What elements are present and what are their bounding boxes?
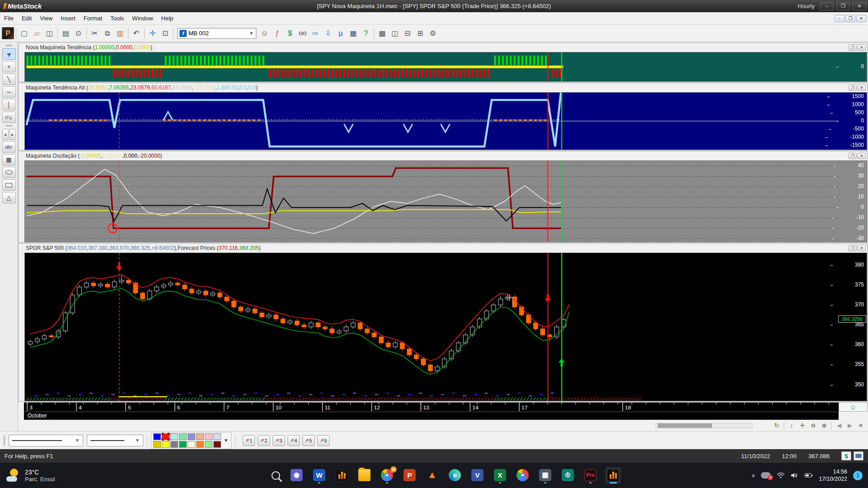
trend-template-button-5[interactable]: ↗5 bbox=[302, 435, 315, 446]
scale-trend-ribbon[interactable]: 0 bbox=[838, 52, 867, 82]
excel-app[interactable]: X bbox=[492, 467, 508, 484]
indicator-builder-icon[interactable]: ƒ bbox=[271, 27, 283, 39]
menu-tools[interactable]: Tools bbox=[106, 13, 128, 24]
line-weight-select[interactable]: ▼ bbox=[87, 435, 143, 446]
palette-dropdown-arrow[interactable]: ▼ bbox=[223, 438, 229, 443]
wifi-icon[interactable] bbox=[777, 472, 785, 479]
color-swatch-0000ee[interactable] bbox=[153, 433, 161, 440]
panel-close-button[interactable]: ✕ bbox=[858, 245, 866, 251]
money-indicator-icon[interactable]: $ bbox=[841, 451, 851, 460]
metastock-app[interactable] bbox=[334, 467, 350, 484]
data-window-button[interactable]: ≡ bbox=[856, 421, 866, 430]
taskbar-clock[interactable]: 14:56 17/10/2022 bbox=[819, 468, 847, 483]
menu-view[interactable]: View bbox=[36, 13, 57, 24]
panel-restore-button[interactable]: ❐ bbox=[849, 84, 857, 91]
date-axis[interactable]: 3456710111213141718 bbox=[24, 402, 839, 412]
color-swatch-7fe3b0[interactable] bbox=[179, 433, 187, 440]
menu-help[interactable]: Help bbox=[157, 13, 178, 24]
help-pointer-icon[interactable]: ? bbox=[360, 27, 372, 39]
panel-restore-button[interactable]: ❐ bbox=[849, 153, 857, 159]
line-style-select[interactable]: ▼ bbox=[9, 435, 83, 446]
refresh-button[interactable]: ↻ bbox=[772, 421, 782, 430]
panel-title-2[interactable]: Maquineta Oscilação (-2.00000, 1.86514, … bbox=[19, 151, 867, 160]
visio-app[interactable]: V bbox=[470, 467, 486, 484]
tile-quad-icon[interactable]: ⊞ bbox=[414, 27, 426, 39]
ellipse-tool[interactable] bbox=[2, 167, 16, 178]
chat-app[interactable]: ◉ bbox=[289, 467, 305, 484]
toolbar-grip[interactable] bbox=[4, 436, 5, 446]
scrollbar-thumb[interactable] bbox=[658, 423, 712, 428]
chrome-app[interactable] bbox=[515, 467, 531, 484]
plot-tendencia-alt[interactable] bbox=[24, 92, 838, 150]
scroll-left-button[interactable]: ◂ bbox=[2, 129, 9, 140]
file-explorer-app[interactable] bbox=[357, 467, 373, 484]
cascade-windows-icon[interactable]: ▩ bbox=[376, 27, 388, 39]
forecaster-icon[interactable]: ⇨ bbox=[309, 27, 321, 39]
palette-grip[interactable] bbox=[6, 45, 12, 46]
undo-icon[interactable]: ↶ bbox=[130, 27, 142, 39]
search-button[interactable] bbox=[270, 469, 282, 483]
battery-icon[interactable] bbox=[804, 473, 813, 478]
color-swatch-00a651[interactable] bbox=[179, 441, 187, 448]
trend-template-button-2[interactable]: ↗2 bbox=[258, 435, 270, 446]
semilog-trendline-tool[interactable]: S╲L bbox=[2, 112, 16, 123]
trend-template-button-4[interactable]: ↗4 bbox=[288, 435, 300, 446]
scan-tool-icon[interactable]: µ bbox=[335, 27, 347, 39]
notification-badge[interactable]: 1 bbox=[853, 471, 863, 480]
plot-oscilacao[interactable] bbox=[24, 160, 838, 242]
new-chart-icon[interactable]: ▢ bbox=[18, 27, 30, 39]
trend-template-button-3[interactable]: ↗3 bbox=[273, 435, 285, 446]
system-tester-icon[interactable]: $ bbox=[284, 27, 296, 39]
pan-button[interactable]: ✛ bbox=[797, 421, 807, 430]
scroll-next-button[interactable]: ▶ bbox=[845, 421, 855, 430]
close-button[interactable]: ✕ bbox=[853, 2, 866, 10]
plot-trend-ribbon[interactable] bbox=[24, 52, 838, 82]
child-close-button[interactable]: ✕ bbox=[856, 15, 866, 22]
palette-grip[interactable] bbox=[6, 125, 12, 127]
cut-icon[interactable]: ✂ bbox=[89, 27, 101, 39]
copy-icon[interactable]: ⧉ bbox=[101, 27, 113, 39]
color-swatch-ee1111[interactable] bbox=[162, 433, 170, 440]
open-chart-icon[interactable]: ▱ bbox=[31, 27, 43, 39]
calculator-app[interactable]: ▦ bbox=[538, 467, 553, 484]
child-minimize-button[interactable]: – bbox=[835, 15, 844, 22]
color-swatch-8e8ed6[interactable] bbox=[188, 433, 195, 440]
trend-template-button-1[interactable]: ↗1 bbox=[243, 435, 255, 446]
scroll-right-button[interactable]: ▸ bbox=[9, 129, 16, 140]
triangle-tool[interactable]: △ bbox=[2, 192, 16, 203]
trendline-tool[interactable]: ╲ bbox=[2, 74, 16, 85]
trend-template-button-6[interactable]: ↗6 bbox=[317, 435, 330, 446]
menu-insert[interactable]: Insert bbox=[57, 13, 80, 24]
paste-icon[interactable]: ▥ bbox=[114, 27, 126, 39]
downloader-icon[interactable]: ⇩ bbox=[322, 27, 334, 39]
color-swatch-f2b380[interactable] bbox=[196, 433, 204, 440]
color-swatch-b7e7e4[interactable] bbox=[170, 433, 178, 440]
scale-tendencia-alt[interactable]: 150010005000-500-1000-1500 bbox=[838, 92, 867, 150]
color-swatch-ffff00[interactable] bbox=[162, 441, 170, 448]
scroll-prev-button[interactable]: ◀ bbox=[834, 421, 844, 430]
crosshair-tool[interactable]: + bbox=[2, 61, 16, 72]
scale-oscilacao[interactable]: 403020100-10-20-30 bbox=[838, 160, 867, 242]
color-swatch-7f7f7f[interactable] bbox=[170, 441, 178, 448]
restore-button[interactable]: ❐ bbox=[836, 2, 850, 10]
rectangle-tool[interactable] bbox=[2, 179, 16, 191]
color-swatch-99e699[interactable] bbox=[205, 441, 212, 448]
scale-price[interactable]: 366.3250 380375370365360355350 bbox=[838, 253, 867, 401]
panel-close-button[interactable]: ✕ bbox=[858, 153, 866, 159]
text-tool[interactable]: abc bbox=[2, 141, 16, 153]
powerpoint-app[interactable]: P bbox=[402, 467, 418, 484]
color-swatch-e3c800[interactable] bbox=[153, 441, 161, 448]
color-swatch-ff7f27[interactable] bbox=[196, 441, 204, 448]
crosshair-pointer-icon[interactable]: ✛ bbox=[146, 27, 159, 39]
panel-restore-button[interactable]: ❐ bbox=[849, 245, 857, 251]
panel-title-0[interactable]: Nova Maquineta Tendência (1.00000, 0.000… bbox=[19, 43, 867, 52]
print-preview-icon[interactable]: ⊙ bbox=[72, 27, 85, 39]
chrome-profile-app[interactable]: N bbox=[379, 467, 395, 484]
tray-chevron-icon[interactable]: ∧ bbox=[751, 473, 755, 479]
zoom-in-button[interactable]: ⊕ bbox=[819, 421, 829, 430]
monitor-icon[interactable] bbox=[854, 451, 863, 460]
explorer-tool-icon[interactable]: ʘʘ bbox=[297, 27, 309, 39]
vertical-line-tool[interactable]: │ bbox=[2, 99, 16, 110]
panel-title-3[interactable]: SPDR S&P 500 (364.010, 367.380, 363.970,… bbox=[19, 244, 867, 253]
panel-title-1[interactable]: Maquineta Tendência Alt (20.5052, 7.0535… bbox=[19, 83, 867, 92]
